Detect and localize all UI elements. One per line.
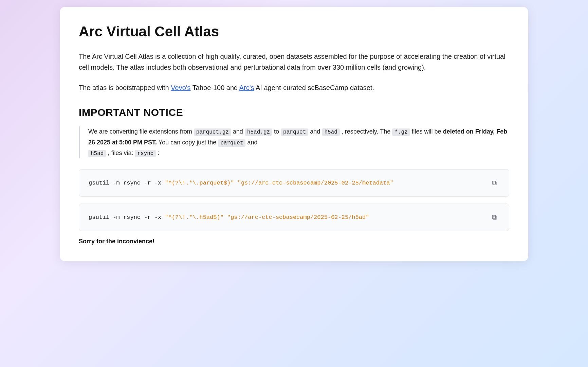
code-block-2-string2: "gs://arc-ctc-scbasecamp/2025-02-25/h5ad… — [227, 214, 369, 221]
notice-and3: and — [245, 139, 257, 146]
description-text: The Arc Virtual Cell Atlas is a collecti… — [79, 53, 506, 71]
code-parquet-plain: parquet — [218, 139, 245, 147]
copy-icon-2: ⧉ — [492, 213, 497, 221]
code-block-1-prefix: gsutil -m rsync -r -x — [89, 180, 165, 186]
code-block-1-string1: "^(?\!.*\.parquet$)" — [165, 180, 234, 186]
notice-text: We are converting file extensions from p… — [88, 126, 509, 158]
copy-button-2[interactable]: ⧉ — [489, 212, 499, 223]
main-card: Arc Virtual Cell Atlas The Arc Virtual C… — [60, 7, 528, 261]
code-parquet: parquet — [281, 128, 308, 136]
notice-to: to — [272, 128, 281, 135]
code-block-2: gsutil -m rsync -r -x "^(?\!.*\.h5ad$)" … — [79, 204, 509, 231]
notice-via: , files via: — [106, 150, 135, 156]
bootstrap-suffix: AI agent-curated scBaseCamp dataset. — [254, 84, 374, 91]
notice-colon: : — [156, 150, 159, 156]
notice-respectively: , respectively. The — [340, 128, 392, 135]
bootstrap-line: The atlas is bootstrapped with Vevo's Ta… — [79, 82, 509, 93]
notice-and1: and — [231, 128, 245, 135]
important-notice-title: IMPORTANT NOTICE — [79, 107, 509, 118]
vevo-link[interactable]: Vevo's — [171, 84, 190, 91]
code-rsync: rsync — [135, 150, 156, 157]
notice-and2: and — [308, 128, 322, 135]
notice-block: We are converting file extensions from p… — [79, 126, 509, 158]
sorry-text: Sorry for the inconvience! — [79, 238, 509, 245]
code-gz-wildcard: *.gz — [392, 128, 410, 136]
bootstrap-prefix: The atlas is bootstrapped with — [79, 84, 171, 91]
copy-button-1[interactable]: ⧉ — [489, 178, 499, 188]
code-block-2-prefix: gsutil -m rsync -r -x — [89, 214, 165, 221]
code-h5ad-plain: h5ad — [88, 150, 106, 157]
code-block-1: gsutil -m rsync -r -x "^(?\!.*\.parquet$… — [79, 169, 509, 197]
code-block-1-space — [234, 180, 237, 186]
page-title: Arc Virtual Cell Atlas — [79, 23, 509, 40]
code-block-2-text: gsutil -m rsync -r -x "^(?\!.*\.h5ad$)" … — [89, 214, 484, 221]
notice-text-prefix: We are converting file extensions from — [88, 128, 194, 135]
code-block-2-string1: "^(?\!.*\.h5ad$)" — [165, 214, 223, 221]
notice-delete: files will be — [410, 128, 443, 135]
notice-copy-prefix: You can copy just the — [157, 139, 218, 146]
code-h5ad-gz: h5ad.gz — [245, 128, 272, 136]
bootstrap-middle: Tahoe-100 and — [191, 84, 239, 91]
code-block-2-space — [224, 214, 227, 221]
copy-icon-1: ⧉ — [492, 179, 497, 187]
code-parquet-gz: parquet.gz — [194, 128, 231, 136]
code-h5ad-inline: h5ad — [322, 128, 339, 136]
code-block-1-text: gsutil -m rsync -r -x "^(?\!.*\.parquet$… — [89, 180, 484, 186]
code-block-1-string2: "gs://arc-ctc-scbasecamp/2025-02-25/meta… — [238, 180, 393, 186]
arc-link[interactable]: Arc's — [239, 84, 254, 91]
description-paragraph: The Arc Virtual Cell Atlas is a collecti… — [79, 51, 509, 73]
